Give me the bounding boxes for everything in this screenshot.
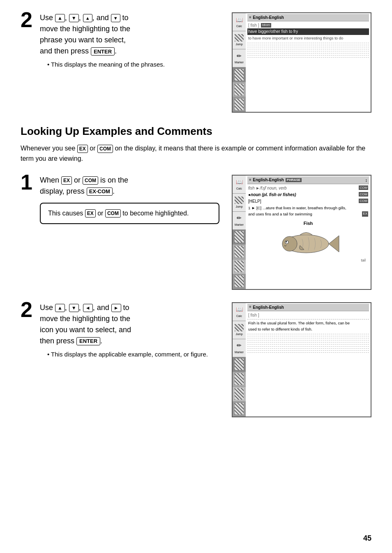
svg-marker-1 — [329, 236, 339, 252]
is-on-text: is on the — [100, 176, 128, 184]
dl3-8 — [247, 348, 369, 349]
down-arrow-key2: ▼ — [69, 304, 79, 312]
screen2-row1-com: COM — [359, 192, 368, 197]
dl3-5 — [247, 342, 369, 342]
screen2-inner: 📖 Calc Jump ✏ Marker — [233, 176, 371, 289]
sidebar2-icon-jump: Jump — [233, 194, 246, 212]
screen3-empty-rows — [247, 334, 369, 353]
sidebar3-icon-marker: ✏ Marker — [233, 339, 246, 357]
then-press-text: and then press — [40, 47, 89, 55]
step1-block: 1 When EX or COM is on the display, pres… — [21, 175, 371, 290]
com-key-callout: COM — [105, 209, 121, 217]
screen1-main: ≡ English-English [ fish ] Idiom have bi… — [246, 13, 371, 112]
sidebar-icon-calc: 📖 Calc — [233, 13, 246, 31]
screen2-row4: and uses fins and a tail for swimming EX — [247, 211, 369, 217]
icon-text2: icon you want to select, and — [40, 326, 131, 334]
up-arrow-key2: ▲ — [55, 304, 65, 312]
step2-top-bullet: This displays the meaning of the phrases… — [47, 60, 219, 69]
screen1-search-term: [ fish ] — [248, 23, 259, 28]
svg-point-4 — [286, 241, 287, 242]
when-text: When — [40, 176, 59, 184]
sidebar3-icon-b4 — [233, 402, 246, 416]
sidebar3-icon-calc: 📖 Calc — [233, 303, 246, 321]
step2-bottom-bullet: This displays the applicable example, co… — [47, 350, 219, 359]
svg-point-2 — [282, 236, 297, 251]
screen2-search-term: fish ►/fɪʃ/ noun, verb COM — [247, 185, 369, 192]
callout-or: or — [97, 210, 103, 217]
screen3-separator1 — [247, 319, 369, 319]
screen2-help: [HELP] — [248, 199, 261, 204]
screen2-row4-text: and uses fins and a tail for swimming — [248, 211, 312, 217]
excom-label: EX·COM — [89, 189, 110, 194]
step2-top-text: Use ▲, ▼, ▲, and ▼ to move the highlight… — [40, 12, 219, 69]
dl3-2 — [247, 336, 369, 336]
screen2-row2-com: COM — [359, 199, 368, 203]
screen3-row2: used to refer to different kinds of fish… — [247, 326, 369, 332]
section-intro: Whenever you see EX or COM on the displa… — [21, 143, 371, 164]
step2-top-block: 2 Use ▲, ▼, ▲, and ▼ to move the highlig… — [21, 12, 371, 113]
screen2-header: ≡ English-English PHRASE ↕ — [247, 176, 369, 184]
dl1 — [247, 43, 369, 43]
screen1-tab: Idiom — [261, 23, 272, 27]
screen1-header: ≡ English-English — [247, 14, 369, 21]
sidebar3-icon-b1 — [233, 357, 246, 372]
heading-text: Looking Up Examples and Comments — [21, 125, 371, 138]
excom-key-step1: EX·COM — [87, 187, 113, 196]
step-number-2-bottom: 2 — [21, 299, 32, 320]
screen1-dict-name: English-English — [253, 15, 284, 20]
tail-label: tail — [247, 258, 369, 263]
screen2-container: 📖 Calc Jump ✏ Marker — [232, 175, 371, 290]
screen3-row1-text: Fish is the usual plural form. The older… — [248, 321, 350, 325]
sidebar2-icon-b2 — [233, 245, 246, 259]
or-text1: or — [74, 176, 81, 184]
fish-label-text: Fish — [247, 220, 369, 226]
screen2-com-badge: COM — [359, 185, 368, 190]
ex-key-intro: EX — [77, 145, 88, 153]
sidebar-icon-bottom1 — [233, 67, 246, 82]
screen2-noun: ●noun (pl. fish or fishes) — [248, 192, 296, 197]
use-label: Use — [40, 14, 53, 22]
right-arrow-key2: ► — [111, 304, 121, 312]
dl5 — [247, 51, 369, 51]
dl3-9 — [247, 350, 369, 351]
step2-bottom-content: 2 Use ▲, ▼, ◄, and ► to move the highlig… — [21, 302, 219, 359]
callout-box: This causes EX or COM to become highligh… — [40, 203, 219, 224]
screen2-ex-badge: EX — [362, 211, 368, 217]
fish-image-area: Fish — [247, 217, 369, 266]
device-screen-1: 📖 Calc Jump ✏ Marker — [232, 12, 371, 113]
screen3-search-term: [ fish ] — [247, 312, 369, 319]
dl3-3 — [247, 338, 369, 338]
screen2-row2: [HELP] COM — [247, 198, 369, 205]
sidebar-icon-jump: Jump — [233, 31, 246, 49]
down-arrow-shift-key: ▼ — [111, 14, 120, 22]
page-number: 45 — [363, 534, 371, 543]
screen1-row1: have bigger/other fish to fry — [247, 28, 369, 35]
screen2-dict-name: English-English — [253, 177, 284, 183]
ex-key-step1: EX — [61, 176, 72, 185]
step2-bottom-instruction: Use ▲, ▼, ◄, and ► to move the highlight… — [40, 302, 219, 347]
screen2-fish-term: fish ►/fɪʃ/ noun, verb — [248, 186, 287, 190]
dl7 — [247, 55, 369, 56]
step-number-2-top: 2 — [21, 9, 32, 30]
left-arrow-key2: ◄ — [83, 304, 93, 312]
screen3-main: ≡ English-English [ fish ] Fish is the u… — [246, 303, 371, 416]
sidebar2-icon-calc: 📖 Calc — [233, 176, 246, 194]
screen3-dict-name: English-English — [253, 305, 284, 310]
enter-key-top: ENTER — [91, 47, 115, 56]
fish-illustration — [267, 228, 349, 257]
move-text2: move the highlighting to the — [40, 315, 130, 323]
up-arrow-shift-key: ▲ — [83, 14, 92, 22]
sidebar3-icon-jump: Jump — [233, 321, 246, 339]
sidebar-icons-3: 📖 Calc Jump ✏ Marker — [233, 303, 246, 416]
step2-top-left: 2 Use ▲, ▼, ▲, and ▼ to move the highlig… — [21, 12, 219, 80]
screen1-row2: to have more important or more interesti… — [247, 35, 369, 41]
com-key-intro: COM — [97, 145, 113, 153]
step2-top-instruction: Use ▲, ▼, ▲, and ▼ to move the highlight… — [40, 12, 219, 57]
press-text2: then press — [40, 337, 74, 345]
step1-content: 1 When EX or COM is on the display, pres… — [21, 175, 219, 230]
sidebar2-icon-marker: ✏ Marker — [233, 212, 246, 230]
screen2-main: ≡ English-English PHRASE ↕ fish ►/fɪʃ/ n… — [246, 176, 371, 289]
step1-text-block: When EX or COM is on the display, press … — [40, 175, 219, 230]
com-key-step1: COM — [83, 176, 98, 185]
sidebar-icon-marker: ✏ Marker — [233, 49, 246, 67]
